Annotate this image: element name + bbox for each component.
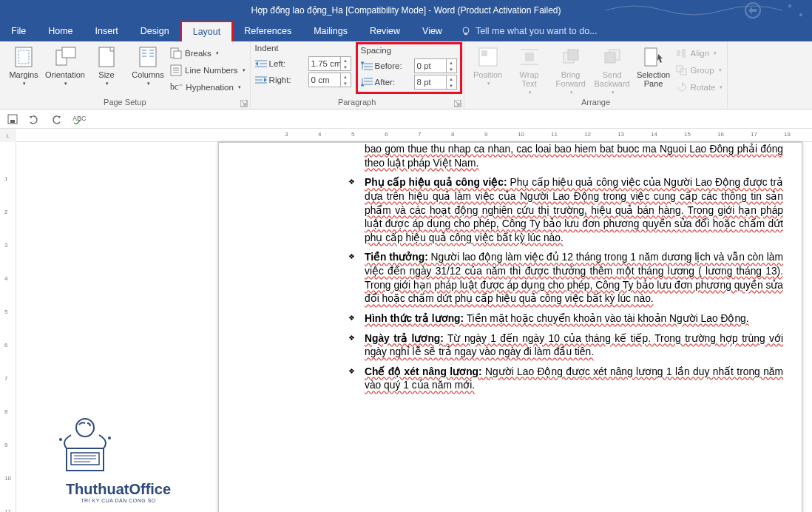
indent-left-icon — [255, 58, 267, 69]
spellcheck-icon[interactable]: ABC — [72, 114, 86, 124]
svg-rect-18 — [174, 51, 181, 58]
redo-icon[interactable] — [50, 114, 62, 124]
margins-icon — [13, 46, 35, 68]
paragraph-label: Paragraph — [255, 97, 459, 108]
size-icon — [97, 46, 116, 68]
logo-text: ThuthuatOffice — [44, 481, 192, 498]
svg-rect-48 — [682, 49, 686, 58]
tab-mailings[interactable]: Mailings — [302, 21, 359, 41]
svg-rect-52 — [10, 120, 15, 123]
margins-button[interactable]: Margins▾ — [4, 44, 43, 95]
group-page-setup: Margins▾ Orientation▾ Size▾ Columns▾ Bre… — [0, 41, 251, 109]
svg-rect-46 — [645, 48, 657, 66]
window-title: Hợp đồng lao động_Ha [Compatibility Mode… — [251, 5, 561, 16]
spacing-after-input[interactable]: 8 pt▲▼ — [414, 75, 457, 90]
tab-view[interactable]: View — [411, 21, 453, 41]
svg-rect-8 — [62, 47, 75, 58]
breaks-button[interactable]: Breaks▾ — [170, 45, 246, 61]
selection-icon — [643, 47, 664, 67]
spacing-after-row: After: 8 pt▲▼ — [361, 74, 457, 90]
title-bar: Hợp đồng lao động_Ha [Compatibility Mode… — [0, 0, 812, 21]
group-button: Group▾ — [676, 62, 723, 78]
line-numbers-button[interactable]: Line Numbers▾ — [170, 62, 246, 78]
spacing-before-input[interactable]: 0 pt▲▼ — [414, 58, 457, 73]
document-area: L 3456789101112131415161718 123456789101… — [0, 129, 812, 512]
svg-rect-39 — [525, 53, 534, 61]
svg-rect-47 — [677, 50, 680, 56]
svg-point-1 — [788, 4, 791, 7]
rotate-icon — [676, 82, 688, 92]
tab-layout[interactable]: Layout — [180, 21, 234, 41]
horizontal-ruler[interactable]: 3456789101112131415161718 — [16, 129, 812, 142]
list-item: Ngày trả lương: Từ ngày 1 đến ngày 10 củ… — [348, 332, 783, 360]
quick-access-toolbar: ABC — [0, 110, 812, 129]
indent-right-row: Right: 0 cm▲▼ — [255, 72, 351, 88]
page-canvas[interactable]: bao gom thue thu nhap ca nhan, cac loai … — [218, 142, 802, 512]
indent-right-icon — [255, 75, 267, 85]
columns-button[interactable]: Columns▾ — [129, 44, 167, 95]
paragraph-dialog-icon[interactable] — [454, 100, 461, 107]
svg-point-3 — [463, 27, 469, 33]
indent-right-input[interactable]: 0 cm▲▼ — [308, 73, 351, 87]
indent-left-input[interactable]: 1.75 cm▲▼ — [308, 56, 351, 71]
indent-label: Indent — [255, 44, 351, 55]
watermark-logo: ThuthuatOffice TRI KY CUA DAN CONG SO — [44, 411, 192, 503]
arrange-label: Arrange — [469, 97, 723, 108]
position-button: Position▾ — [469, 44, 507, 95]
hyphenation-button[interactable]: bc⁻Hyphenation▾ — [170, 79, 246, 95]
vertical-ruler[interactable]: 1234567891011 — [0, 142, 16, 512]
ribbon: Margins▾ Orientation▾ Size▾ Columns▾ Bre… — [0, 41, 812, 110]
list-item: Phụ cấp hiệu quả công việc: Phụ cấp hiệu… — [348, 176, 783, 245]
title-decoration — [605, 0, 812, 21]
svg-rect-45 — [605, 53, 615, 63]
align-icon — [676, 48, 688, 58]
align-button: Align▾ — [676, 45, 723, 61]
tab-review[interactable]: Review — [359, 21, 411, 41]
list-item: Hình thức trả lương: Tiền mặt hoặc chuyể… — [348, 312, 783, 326]
logo-subtext: TRI KY CUA DAN CONG SO — [44, 498, 192, 503]
spacing-before-icon — [361, 61, 373, 71]
selection-pane-button[interactable]: Selection Pane — [635, 44, 673, 95]
backward-icon — [602, 47, 623, 67]
tab-file[interactable]: File — [0, 21, 37, 41]
ruler-corner: L — [0, 129, 16, 142]
tab-insert[interactable]: Insert — [84, 21, 129, 41]
svg-rect-43 — [568, 50, 578, 60]
tab-references[interactable]: References — [233, 21, 302, 41]
group-paragraph: Indent Left: 1.75 cm▲▼ Right: 0 cm▲▼ Spa… — [251, 41, 464, 109]
list-item: Chế độ xét nâng lương: Người Lao Động đư… — [348, 366, 783, 393]
columns-icon — [138, 46, 158, 68]
list-item: Tiền thưởng: Người lao động làm việc đủ … — [348, 251, 783, 306]
page-setup-label: Page Setup — [4, 97, 246, 108]
indent-left-row: Left: 1.75 cm▲▼ — [255, 55, 351, 72]
save-icon[interactable] — [7, 114, 18, 124]
rotate-button: Rotate▾ — [676, 79, 723, 95]
send-backward-button: Send Backward▾ — [593, 44, 632, 95]
orientation-icon — [54, 46, 76, 68]
svg-point-61 — [108, 437, 111, 439]
tell-me[interactable]: Tell me what you want to do... — [453, 21, 605, 41]
undo-icon[interactable] — [28, 114, 40, 124]
page-setup-dialog-icon[interactable] — [240, 100, 248, 107]
spacing-section-highlighted: Spacing Before: 0 pt▲▼ After: 8 pt▲▼ — [356, 42, 462, 94]
menu-bar: File Home Insert Design Layout Reference… — [0, 21, 812, 41]
tab-home[interactable]: Home — [37, 21, 84, 41]
document-content[interactable]: bao gom thue thu nhap ca nhan, cac loai … — [348, 143, 783, 399]
wrap-text-button: Wrap Text▾ — [510, 44, 549, 95]
doc-list: Phụ cấp hiệu quả công việc: Phụ cấp hiệu… — [348, 176, 783, 393]
line-numbers-icon — [170, 64, 182, 76]
forward-icon — [561, 47, 581, 67]
orientation-button[interactable]: Orientation▾ — [46, 44, 84, 95]
svg-rect-38 — [481, 50, 487, 56]
position-icon — [478, 47, 498, 67]
spacing-after-icon — [361, 77, 373, 87]
svg-rect-55 — [67, 448, 104, 471]
group-icon — [676, 65, 688, 75]
spacing-before-row: Before: 0 pt▲▼ — [361, 58, 457, 74]
svg-point-2 — [799, 13, 802, 16]
svg-point-60 — [59, 438, 62, 441]
size-button[interactable]: Size▾ — [87, 44, 126, 95]
wrap-icon — [519, 47, 540, 67]
tab-design[interactable]: Design — [129, 21, 180, 41]
svg-rect-4 — [464, 33, 467, 35]
